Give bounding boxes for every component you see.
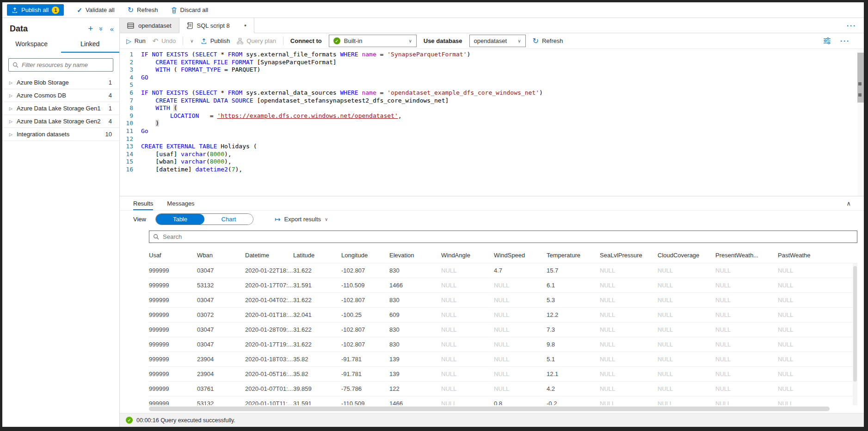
undo-button[interactable]: ↶ Undo (153, 37, 176, 45)
tab-messages[interactable]: Messages (167, 196, 194, 210)
code-text: GO (141, 74, 864, 82)
tab-sql-script-8[interactable]: SQL script 8 ● (179, 18, 254, 33)
column-header[interactable]: WindSpeed (494, 252, 547, 259)
export-results-label: Export results (284, 216, 321, 223)
run-button[interactable]: ▷ Run (126, 37, 146, 45)
code-text (141, 81, 864, 89)
tree-item-azure-cosmos-db[interactable]: ▷Azure Cosmos DB4 (2, 89, 119, 102)
refresh-icon: ↻ (533, 36, 539, 45)
table-horizontal-scrollbar-thumb[interactable] (149, 407, 830, 411)
table-cell: NULL (658, 356, 715, 363)
filter-resources-input[interactable] (22, 61, 109, 68)
refresh-button[interactable]: ↻ Refresh (128, 6, 158, 14)
tree-item-integration-datasets[interactable]: ▷Integration datasets10 (2, 128, 119, 141)
tab-results[interactable]: Results (133, 196, 153, 210)
table-cell: NULL (658, 311, 715, 318)
table-cell: NULL (778, 370, 833, 377)
view-toggle-table[interactable]: Table (156, 214, 204, 225)
expand-chevron-icon[interactable]: ▷ (9, 132, 17, 137)
table-cell: -75.786 (341, 385, 389, 392)
tree-item-label: Azure Blob Storage (17, 79, 109, 86)
add-resource-icon[interactable]: + (88, 24, 93, 34)
query-plan-button[interactable]: Query plan (237, 37, 276, 44)
tabbar-more-options-icon[interactable]: ··· (839, 22, 864, 30)
results-tabs: Results Messages ∧ (120, 196, 864, 211)
collapse-pane-icon[interactable]: « (110, 25, 114, 33)
tree-item-azure-data-lake-storage-gen1[interactable]: ▷Azure Data Lake Storage Gen11 (2, 102, 119, 115)
database-refresh-button[interactable]: ↻ Refresh (533, 36, 563, 45)
table-row[interactable]: 999999239042020-01-18T03:...35.82-91.781… (149, 352, 857, 366)
undo-dropdown-chevron-icon[interactable]: ∨ (190, 38, 193, 43)
tab-linked[interactable]: Linked (61, 40, 120, 53)
use-database-dropdown[interactable]: opendataset ∨ (469, 35, 526, 47)
tree-item-azure-data-lake-storage-gen2[interactable]: ▷Azure Data Lake Storage Gen24 (2, 115, 119, 128)
expand-chevron-icon[interactable]: ▷ (9, 93, 17, 98)
view-toggle-chart[interactable]: Chart (204, 214, 253, 225)
collapse-results-chevron-icon[interactable]: ∧ (846, 200, 851, 207)
unsaved-dot-icon: ● (244, 23, 246, 28)
refresh-icon: ↻ (128, 6, 134, 14)
publish-button[interactable]: Publish (201, 37, 230, 44)
export-results-button[interactable]: ↦ Export results ∨ (275, 215, 328, 224)
table-cell: NULL (600, 326, 658, 333)
chevron-down-icon: ∨ (408, 38, 412, 43)
column-header[interactable]: Elevation (389, 252, 441, 259)
toolbar-more-options-icon[interactable]: ··· (833, 37, 857, 45)
expand-chevron-icon[interactable]: ▷ (9, 80, 17, 85)
table-cell: 23904 (197, 356, 245, 363)
column-header[interactable]: CloudCoverage (658, 252, 715, 259)
column-header[interactable]: Temperature (547, 252, 600, 259)
tree-item-label: Azure Data Lake Storage Gen1 (17, 105, 109, 112)
code-line: 2 CREATE EXTERNAL FILE FORMAT [SynapsePa… (120, 59, 864, 67)
column-header[interactable]: Longitude (341, 252, 389, 259)
table-row[interactable]: 999999531322020-01-17T07:...31.591-110.5… (149, 278, 857, 292)
tab-opendataset[interactable]: opendataset (120, 18, 179, 33)
collapse-all-icon[interactable]: » (98, 27, 105, 30)
column-header[interactable]: Usaf (149, 252, 197, 259)
editor-scrollbar[interactable] (857, 49, 864, 196)
toolbar-separator (283, 36, 283, 45)
table-horizontal-scrollbar[interactable] (149, 406, 857, 412)
editor-tabbar: opendataset SQL script 8 ● ··· (120, 18, 864, 33)
table-cell: 35.82 (293, 370, 341, 377)
table-row[interactable]: 999999239042020-01-05T16:...35.82-91.781… (149, 366, 857, 381)
chevron-down-icon: ∨ (325, 217, 328, 222)
discard-all-button[interactable]: Discard all (171, 6, 209, 13)
column-header[interactable]: WindAngle (441, 252, 494, 259)
column-header[interactable]: Wban (197, 252, 245, 259)
column-header[interactable]: Datetime (245, 252, 293, 259)
connect-to-dropdown[interactable]: ✓ Built-in ∨ (329, 35, 417, 47)
code-line: 15 [wban] varchar(8000), (120, 158, 864, 166)
table-row[interactable]: 999999030472020-01-22T18:...31.622-102.8… (149, 263, 857, 278)
results-search-input[interactable] (163, 233, 853, 240)
tree-item-count: 4 (109, 92, 112, 99)
publish-all-button[interactable]: Publish all 1 (7, 4, 64, 16)
settings-sliders-icon[interactable] (823, 37, 831, 44)
table-row[interactable]: 999999531322020-01-10T11:...31.591-110.5… (149, 396, 857, 405)
run-label: Run (135, 37, 146, 44)
table-row[interactable]: 999999030472020-01-04T02:...31.622-102.8… (149, 292, 857, 307)
table-row[interactable]: 999999030472020-01-28T09:...31.622-102.8… (149, 322, 857, 337)
data-sidebar: Data + » « Workspace Linked ▷Azure Blob … (2, 18, 120, 427)
column-header[interactable]: SeaLvlPressure (600, 252, 658, 259)
line-number: 1 (120, 51, 141, 59)
sql-code-editor[interactable]: 1IF NOT EXISTS (SELECT * FROM sys.extern… (120, 49, 864, 196)
table-row[interactable]: 999999030472020-01-17T19:...31.622-102.8… (149, 337, 857, 352)
table-cell: 23904 (197, 370, 245, 377)
table-cell: 31.591 (293, 400, 341, 405)
table-row[interactable]: 999999037612020-01-07T01:...39.859-75.78… (149, 381, 857, 396)
table-vertical-scrollbar-thumb[interactable] (853, 266, 857, 382)
code-text: LOCATION = 'https://example.dfs.core.win… (141, 112, 864, 120)
table-vertical-scrollbar[interactable] (853, 263, 857, 405)
table-cell: 830 (389, 297, 441, 304)
tab-workspace[interactable]: Workspace (2, 40, 61, 53)
expand-chevron-icon[interactable]: ▷ (9, 106, 17, 111)
table-cell: 2020-01-01T18:... (245, 311, 293, 318)
expand-chevron-icon[interactable]: ▷ (9, 119, 17, 124)
column-header[interactable]: PastWeathe (778, 252, 833, 259)
validate-all-button[interactable]: ✓ Validate all (77, 6, 114, 14)
column-header[interactable]: Latitude (293, 252, 341, 259)
tree-item-azure-blob-storage[interactable]: ▷Azure Blob Storage1 (2, 76, 119, 89)
table-row[interactable]: 999999030722020-01-01T18:...32.041-100.2… (149, 307, 857, 322)
column-header[interactable]: PresentWeath... (715, 252, 778, 259)
